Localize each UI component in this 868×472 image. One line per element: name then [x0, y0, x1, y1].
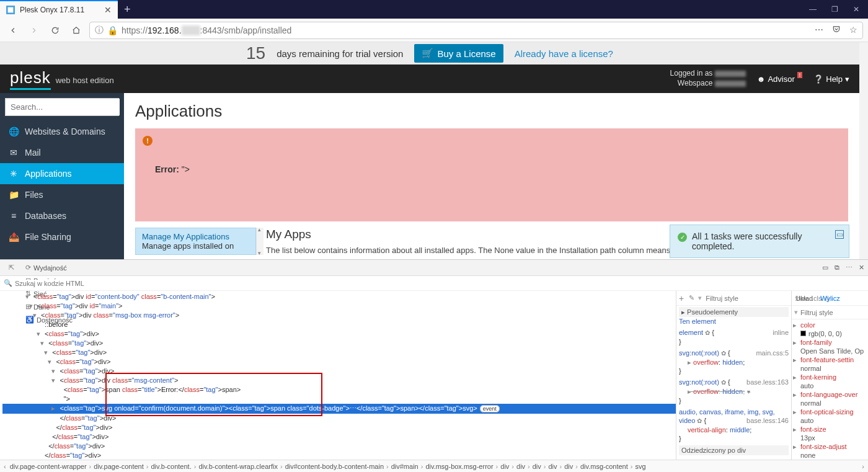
advisor-button[interactable]: ☻ Advisor ! — [757, 74, 803, 84]
tab-close-icon[interactable]: ✕ — [104, 5, 112, 15]
css-rule[interactable]: svg:not(:root) ✿ {base.less:163▸ overflo… — [679, 378, 789, 405]
dock-side-icon[interactable]: ⧉ — [835, 264, 839, 272]
devtools-close-icon[interactable]: ✕ — [859, 264, 864, 272]
breadcrumb-item[interactable]: div — [546, 463, 559, 470]
computed-prop[interactable]: ▸font-familyOpen Sans Tilde, Op — [793, 338, 867, 355]
address-bar[interactable]: ⓘ 🔒 https://192.168.xx:8443/smb/app/inst… — [89, 22, 863, 39]
crumb-scroll-left[interactable]: ‹ — [2, 463, 7, 470]
computed-prop[interactable]: ▸font-language-overnormal — [793, 390, 867, 407]
window-maximize-icon[interactable]: ❐ — [831, 5, 838, 14]
rules-inherited[interactable]: Odziedziczony po div — [679, 445, 789, 455]
breadcrumb-item[interactable]: div#content-body.b-content-main — [283, 463, 386, 470]
css-rule[interactable]: Ten element — [679, 317, 789, 326]
computed-prop[interactable]: ▸font-kerningauto — [793, 373, 867, 390]
crumb-scroll-right[interactable]: › — [861, 463, 866, 470]
toast-minimize-icon[interactable]: ▭ — [835, 230, 844, 239]
already-license-link[interactable]: Already have a license? — [515, 48, 613, 59]
html-tree-node[interactable]: ▾ <class="tag">div> — [2, 339, 676, 348]
html-tree-node[interactable]: </class="tag">div> — [2, 414, 676, 423]
html-tree-node[interactable]: "> — [2, 394, 676, 404]
breadcrumb-item[interactable]: div#main — [389, 463, 421, 470]
apps-nav-scrollbar[interactable] — [256, 228, 264, 255]
search-box[interactable]: 🔍 — [5, 98, 119, 116]
computed-tab[interactable]: Wylicz — [817, 295, 844, 302]
breadcrumb-bar[interactable]: ‹div.page-content-wrapper›div.page-conte… — [0, 460, 868, 472]
layout-tab[interactable]: Układ — [792, 295, 817, 302]
breadcrumb-item[interactable]: div — [498, 463, 512, 470]
devtools-tab-wydajność[interactable]: ⟳Wydajność — [20, 261, 78, 274]
window-close-icon[interactable]: ✕ — [853, 5, 859, 14]
back-button[interactable] — [5, 22, 21, 38]
breadcrumb-item[interactable]: div — [530, 463, 544, 470]
html-search-input[interactable] — [15, 280, 864, 287]
breadcrumb-item[interactable]: div.page-content-wrapper — [7, 463, 89, 470]
css-rule[interactable]: element ✿ {inline} — [679, 328, 789, 346]
html-tree-node[interactable]: ▾ <class="tag">div id="content-body" cla… — [2, 292, 676, 301]
element-picker-button[interactable]: ⇱ — [4, 261, 19, 274]
breadcrumb-item[interactable]: svg — [632, 463, 648, 470]
sidebar-item-mail[interactable]: ✉Mail — [0, 142, 124, 163]
breadcrumb-item[interactable]: div.msg-content — [578, 463, 631, 470]
breadcrumb-item[interactable]: div — [562, 463, 575, 470]
rules-section[interactable]: ▸ Pseudoelementy — [679, 307, 789, 317]
css-rule[interactable]: audio, canvas, iframe, img, svg, video ✿… — [679, 407, 789, 443]
pocket-icon[interactable] — [832, 25, 841, 35]
home-button[interactable] — [68, 22, 84, 38]
html-tree[interactable]: ▾ <class="tag">div id="content-body" cla… — [0, 291, 676, 460]
html-tree-node[interactable]: ::before — [2, 320, 676, 329]
add-rule-button[interactable]: + — [679, 293, 684, 303]
breadcrumb-item[interactable]: div.msg-box.msg-error — [423, 463, 495, 470]
html-tree-node[interactable]: ▾ <class="tag">div> — [2, 367, 676, 376]
plesk-logo[interactable]: plesk web host edition — [10, 68, 114, 90]
computed-prop[interactable]: ▸font-size-adjustnone — [793, 442, 867, 460]
buy-license-button[interactable]: 🛒 Buy a License — [414, 44, 503, 63]
breadcrumb-item[interactable]: div.b-content-wrap.clearfix — [196, 463, 280, 470]
sidebar-item-file-sharing[interactable]: 📤File Sharing — [0, 226, 124, 247]
rules-list[interactable]: ▸ PseudoelementyTen elementelement ✿ {in… — [676, 306, 791, 460]
sidebar-item-databases[interactable]: ≡Databases — [0, 205, 124, 226]
eyedropper-icon[interactable]: ✎ — [689, 294, 694, 302]
sidebar-item-websites-domains[interactable]: 🌐Websites & Domains — [0, 121, 124, 142]
html-tree-node[interactable]: ▾ <class="tag">div class="msg-box msg-er… — [2, 311, 676, 320]
html-tree-node[interactable]: ▾ <class="tag">div class="msg-content"> — [2, 376, 676, 385]
reload-button[interactable] — [47, 22, 63, 38]
forward-button[interactable] — [26, 22, 42, 38]
css-rule[interactable]: svg:not(:root) ✿ {main.css:5▸ overflow: … — [679, 349, 789, 375]
sidebar-item-files[interactable]: 📁Files — [0, 184, 124, 205]
page-actions-icon[interactable]: ⋯ — [815, 25, 823, 35]
computed-prop[interactable]: ▸font-optical-sizingauto — [793, 407, 867, 425]
security-warning-icon[interactable]: 🔒 — [107, 25, 118, 35]
html-tree-node[interactable]: </class="tag">div> — [2, 451, 676, 460]
devtools-menu-icon[interactable]: ⋯ — [846, 264, 852, 272]
responsive-mode-icon[interactable]: ▭ — [822, 264, 828, 272]
breadcrumb-item[interactable]: div — [514, 463, 528, 470]
error-message-box: ! Error: "> — [135, 128, 848, 221]
bookmark-icon[interactable]: ☆ — [849, 25, 857, 35]
html-tree-node[interactable]: <class="tag">span class="title">Error:</… — [2, 385, 676, 394]
site-info-icon[interactable]: ⓘ — [95, 25, 104, 36]
sidebar-item-applications[interactable]: ✳Applications — [0, 163, 124, 184]
html-tree-node[interactable]: ▾ <class="tag">div> — [2, 348, 676, 357]
computed-prop[interactable]: ▸color rgb(0, 0, 0) — [793, 321, 867, 338]
new-tab-button[interactable]: + — [118, 0, 137, 19]
html-tree-node[interactable]: ▾ <class="tag">div id="main"> — [2, 301, 676, 311]
help-button[interactable]: ❔ Help ▾ — [813, 74, 849, 84]
browser-tab[interactable]: Plesk Onyx 17.8.11 ✕ — [0, 0, 118, 19]
window-minimize-icon[interactable]: — — [809, 5, 817, 14]
html-search-bar[interactable]: 🔍 — [0, 276, 868, 291]
html-tree-node[interactable]: </class="tag">div> — [2, 442, 676, 451]
breadcrumb-item[interactable]: div.page-content — [91, 463, 146, 470]
computed-prop[interactable]: ▸font-size13px — [793, 425, 867, 442]
search-input[interactable] — [6, 99, 120, 115]
computed-filter-input[interactable] — [800, 309, 868, 316]
computed-prop[interactable]: ▸font-feature-settinnormal — [793, 355, 867, 373]
apps-side-nav[interactable]: Manage My Applications Manage apps insta… — [135, 228, 256, 255]
html-tree-node[interactable]: ▾ <class="tag">div> — [2, 329, 676, 339]
breadcrumb-item[interactable]: div.b-content. — [148, 463, 193, 470]
rules-filter-input[interactable] — [706, 295, 791, 302]
computed-list[interactable]: ▸color rgb(0, 0, 0)▸font-familyOpen Sans… — [792, 319, 868, 460]
html-tree-node[interactable]: </class="tag">div> — [2, 432, 676, 442]
html-tree-node[interactable]: ▸ <class="tag">svg onload="confirm(docum… — [2, 404, 676, 414]
html-tree-node[interactable]: ▾ <class="tag">div> — [2, 357, 676, 367]
html-tree-node[interactable]: </class="tag">div> — [2, 423, 676, 432]
